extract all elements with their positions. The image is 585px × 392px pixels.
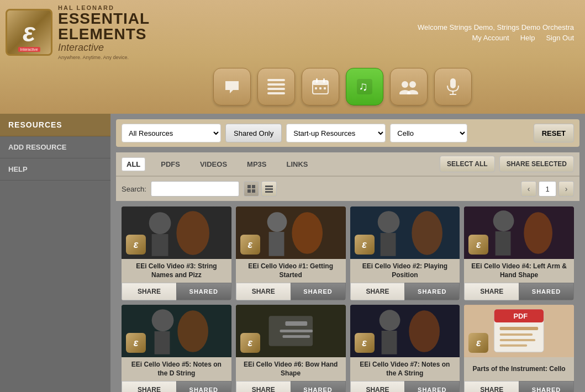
- share-button[interactable]: SHARE: [350, 283, 405, 300]
- tab-all[interactable]: ALL: [122, 157, 145, 171]
- sidebar-resources-header: RESOURCES: [0, 114, 110, 136]
- share-button[interactable]: SHARE: [464, 283, 519, 300]
- resource-card: ε EEi Cello Video #7: Notes on the A Str…: [350, 305, 460, 392]
- header-top: ε Interactive HAL LEONARD ESSENTIAL ELEM…: [0, 0, 585, 62]
- share-button[interactable]: SHARE: [236, 381, 291, 392]
- resource-card: PDF ε Parts of the Instrument: Cello SHA…: [464, 305, 574, 392]
- all-resources-select[interactable]: All Resources My Resources Shared Resour…: [122, 124, 221, 142]
- svg-rect-6: [316, 78, 318, 83]
- tab-pdfs[interactable]: PDFS: [156, 158, 185, 171]
- svg-rect-5: [313, 81, 328, 85]
- shared-badge: SHARED: [291, 283, 346, 300]
- svg-point-37: [377, 211, 399, 233]
- svg-rect-49: [285, 321, 307, 326]
- svg-rect-55: [381, 331, 397, 354]
- resource-thumbnail: ε: [122, 206, 231, 259]
- header-links: My Account Help Sign Out: [418, 34, 574, 42]
- svg-rect-62: [500, 339, 536, 341]
- svg-point-33: [267, 212, 287, 232]
- nav-chat-button[interactable]: [213, 68, 251, 105]
- share-button[interactable]: SHARE: [236, 283, 291, 300]
- svg-text:PDF: PDF: [514, 312, 528, 320]
- logo-interactive-badge: Interactive: [18, 47, 40, 52]
- tab-videos[interactable]: VIDEOS: [196, 158, 231, 171]
- svg-rect-3: [267, 92, 285, 94]
- resource-type-select[interactable]: Start-up Resources All Resource Types PD…: [286, 124, 386, 142]
- svg-rect-1: [267, 83, 285, 86]
- svg-point-32: [292, 212, 323, 254]
- logo-elements: ELEMENTS: [58, 27, 150, 42]
- header-user-nav: Welcome Strings Demo, Strings Demo Orche…: [418, 23, 574, 42]
- nav-list-button[interactable]: [257, 68, 295, 105]
- resource-thumbnail: ε: [350, 206, 460, 259]
- my-account-link[interactable]: My Account: [472, 34, 509, 42]
- thumbnail-logo-overlay: ε: [468, 333, 488, 353]
- svg-rect-7: [323, 78, 325, 83]
- nav-group-button[interactable]: [390, 68, 428, 105]
- thumbnail-logo-overlay: ε: [126, 235, 146, 255]
- svg-point-16: [407, 90, 418, 94]
- resource-card: ε EEi Cello Video #1: Getting Started SH…: [236, 206, 346, 300]
- app-header: ε Interactive HAL LEONARD ESSENTIAL ELEM…: [0, 0, 585, 114]
- help-link[interactable]: Help: [520, 34, 535, 42]
- shared-only-button[interactable]: Shared Only: [225, 124, 282, 142]
- next-page-button[interactable]: ›: [558, 181, 574, 197]
- share-button[interactable]: SHARE: [122, 283, 176, 300]
- svg-rect-60: [500, 327, 539, 330]
- svg-rect-2: [267, 88, 285, 90]
- nav-music-button[interactable]: ♫: [346, 68, 383, 105]
- svg-rect-34: [268, 232, 284, 256]
- nav-calendar-button[interactable]: [302, 68, 339, 105]
- sidebar-add-resource[interactable]: ADD RESOURCE: [0, 136, 110, 158]
- content-area: All Resources My Resources Shared Resour…: [110, 114, 585, 392]
- sign-out-link[interactable]: Sign Out: [546, 34, 574, 42]
- select-all-button[interactable]: SELECT ALL: [440, 156, 495, 172]
- resource-thumbnail: ε: [464, 206, 574, 259]
- logo-area: ε Interactive HAL LEONARD ESSENTIAL ELEM…: [6, 4, 150, 60]
- nav-mic-button[interactable]: [434, 68, 472, 105]
- tab-mp3s[interactable]: MP3S: [243, 158, 271, 171]
- svg-rect-23: [252, 189, 255, 193]
- share-button[interactable]: SHARE: [122, 381, 176, 392]
- svg-rect-63: [500, 345, 528, 347]
- svg-rect-25: [265, 188, 273, 190]
- thumbnail-logo-overlay: ε: [240, 235, 260, 255]
- svg-point-45: [152, 309, 174, 331]
- svg-point-13: [402, 81, 408, 88]
- resource-title: EEi Cello Video #2: Playing Position: [350, 259, 460, 283]
- svg-text:♫: ♫: [359, 80, 368, 93]
- sidebar: RESOURCES ADD RESOURCE HELP: [0, 114, 110, 392]
- view-buttons: [244, 181, 277, 197]
- reset-button[interactable]: RESET: [534, 124, 574, 142]
- sidebar-help[interactable]: HELP: [0, 158, 110, 181]
- svg-rect-61: [500, 333, 533, 336]
- svg-point-44: [177, 310, 208, 352]
- resource-title: Parts of the Instrument: Cello: [464, 357, 574, 381]
- resource-title: EEi Cello Video #6: Bow Hand Shape: [236, 357, 346, 381]
- share-selected-button[interactable]: SHARE SELECTED: [499, 156, 574, 172]
- grid-view-button[interactable]: [244, 181, 259, 197]
- resource-actions: SHARE SHARED: [350, 283, 460, 300]
- svg-point-36: [412, 211, 442, 255]
- list-view-button[interactable]: [261, 181, 277, 197]
- tab-links[interactable]: LINKS: [282, 158, 312, 171]
- shared-badge: SHARED: [519, 283, 574, 300]
- resource-card: ε EEi Cello Video #6: Bow Hand Shape SHA…: [236, 305, 346, 392]
- thumbnail-logo-overlay: ε: [240, 333, 260, 353]
- logo-text: HAL LEONARD ESSENTIAL ELEMENTS Interacti…: [58, 4, 150, 60]
- thumbnail-logo-overlay: ε: [355, 235, 375, 255]
- search-input[interactable]: [151, 181, 239, 197]
- instrument-select[interactable]: Cello Violin Viola Bass: [390, 124, 467, 142]
- svg-point-41: [493, 210, 514, 231]
- share-button[interactable]: SHARE: [464, 381, 519, 392]
- resource-thumbnail: ε: [350, 305, 460, 357]
- svg-rect-46: [155, 331, 170, 354]
- share-button[interactable]: SHARE: [350, 381, 405, 392]
- logo-tagline: Anywhere. Anytime. Any device.: [58, 55, 150, 60]
- thumbnail-logo-overlay: ε: [126, 333, 146, 353]
- resource-title: EEi Cello Video #4: Left Arm & Hand Shap…: [464, 259, 574, 283]
- resource-thumbnail: ε: [236, 305, 346, 357]
- svg-rect-10: [324, 87, 326, 89]
- prev-page-button[interactable]: ‹: [521, 181, 536, 197]
- filter-bar: All Resources My Resources Shared Resour…: [116, 119, 579, 147]
